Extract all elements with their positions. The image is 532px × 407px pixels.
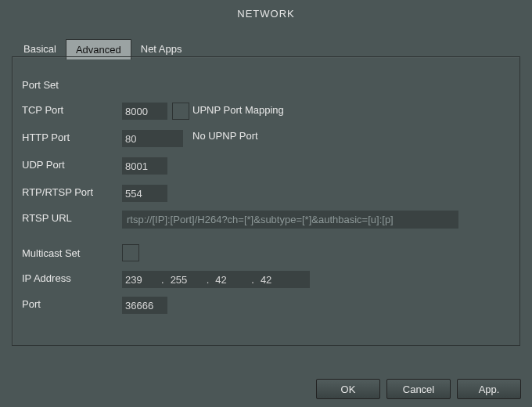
section-multicast-set: Multicast Set xyxy=(22,247,80,259)
dot-icon: . xyxy=(203,274,213,286)
input-multicast-port[interactable] xyxy=(122,297,167,314)
checkbox-multicast-set[interactable] xyxy=(122,244,139,261)
label-tcp-port: TCP Port xyxy=(22,104,63,116)
settings-panel: Port Set TCP Port UPNP Port Mapping HTTP… xyxy=(12,56,520,346)
input-ip-d[interactable] xyxy=(257,274,293,286)
section-port-set: Port Set xyxy=(22,79,59,91)
dot-icon: . xyxy=(158,274,167,286)
input-ip-b[interactable] xyxy=(167,274,203,286)
cancel-button[interactable]: Cancel xyxy=(386,379,451,399)
value-rtsp-url: rtsp://[IP]:[Port]/H264?ch=[*]&subtype=[… xyxy=(122,211,458,229)
input-tcp-port[interactable] xyxy=(122,103,167,120)
label-multicast-port: Port xyxy=(22,298,41,310)
dot-icon: . xyxy=(248,274,257,286)
input-ip-address: . . . xyxy=(122,271,310,288)
input-ip-a[interactable] xyxy=(122,274,158,286)
input-rtp-rtsp-port[interactable] xyxy=(122,185,167,202)
label-udp-port: UDP Port xyxy=(22,159,65,171)
window-title: NETWORK xyxy=(0,0,532,34)
label-rtsp-url: RTSP URL xyxy=(22,212,72,224)
label-ip-address: IP Address xyxy=(22,272,71,284)
input-http-port[interactable] xyxy=(122,130,183,147)
button-row: OK Cancel App. xyxy=(316,379,521,399)
apply-button[interactable]: App. xyxy=(457,379,521,399)
input-ip-c[interactable] xyxy=(212,274,248,286)
label-http-port: HTTP Port xyxy=(22,131,70,143)
label-rtp-rtsp-port: RTP/RTSP Port xyxy=(22,186,93,198)
label-no-upnp-port: No UPNP Port xyxy=(192,130,258,142)
ok-button[interactable]: OK xyxy=(316,379,380,399)
input-udp-port[interactable] xyxy=(122,157,167,175)
label-upnp-port-mapping: UPNP Port Mapping xyxy=(192,104,284,116)
checkbox-upnp-port-mapping[interactable] xyxy=(172,103,189,120)
